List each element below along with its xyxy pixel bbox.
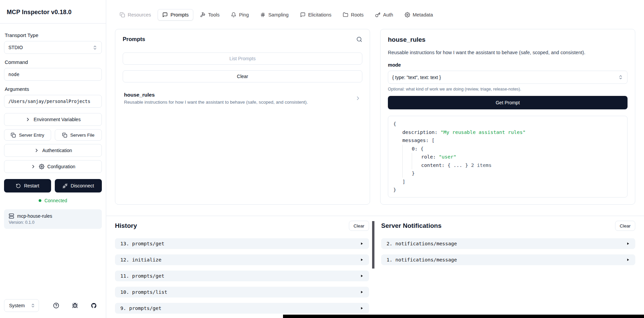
theme-select-value: System xyxy=(9,303,25,308)
connected-dot-icon xyxy=(39,199,41,202)
history-panel: History Clear 13. prompts/get 12. initia… xyxy=(115,221,369,318)
authentication-label: Authentication xyxy=(42,148,72,153)
folder-icon xyxy=(343,12,348,17)
footer-icons xyxy=(53,303,97,309)
server-notifications-title: Server Notifications xyxy=(381,222,442,229)
expand-play-icon xyxy=(360,290,364,294)
prompts-panel: Prompts List Prompts Clear house_rules xyxy=(115,29,370,205)
tab-ping-label: Ping xyxy=(239,12,249,17)
server-version: Version: 0.1.0 xyxy=(9,220,97,225)
transport-type-select[interactable]: STDIO xyxy=(4,41,102,54)
server-info-card: mcp-house-rules Version: 0.1.0 xyxy=(4,209,102,229)
expand-play-icon xyxy=(360,274,364,278)
mode-select-value: { type: "text", text: text } xyxy=(392,75,441,80)
notification-item[interactable]: 2. notifications/message xyxy=(381,238,635,249)
tab-tools[interactable]: Tools xyxy=(195,9,224,21)
servers-file-label: Servers File xyxy=(70,133,94,138)
notification-item[interactable]: 1. notifications/message xyxy=(381,254,635,265)
tab-roots[interactable]: Roots xyxy=(338,9,368,21)
connection-buttons-row: Restart Disconnect xyxy=(4,179,102,192)
tab-prompts[interactable]: Prompts xyxy=(158,9,193,21)
prompt-list-item[interactable]: house_rules Reusable instructions for ho… xyxy=(123,91,362,105)
server-icon xyxy=(9,213,14,219)
history-item-label: 10. prompts/list xyxy=(120,289,167,295)
json-line: content: { ... } 2 items xyxy=(421,161,622,170)
sidebar-body: Transport Type STDIO Command Arguments E… xyxy=(0,24,106,299)
expand-play-icon xyxy=(626,242,630,246)
prompt-detail-title: house_rules xyxy=(388,36,628,43)
history-item-label: 9. prompts/get xyxy=(120,306,161,311)
notification-item-label: 2. notifications/message xyxy=(387,241,457,246)
bug-icon[interactable] xyxy=(72,303,78,309)
json-line: } xyxy=(393,186,622,194)
history-title: History xyxy=(115,222,137,229)
notifications-clear-button[interactable]: Clear xyxy=(615,221,635,231)
connection-status: Connected xyxy=(4,198,102,203)
expand-play-icon xyxy=(360,306,364,310)
mode-select[interactable]: { type: "text", text: text } xyxy=(388,71,628,84)
history-item[interactable]: 9. prompts/get xyxy=(115,303,369,314)
servers-file-button[interactable]: Servers File xyxy=(55,129,102,141)
json-line: role: "user" xyxy=(421,153,622,161)
environment-variables-label: Environment Variables xyxy=(34,117,81,122)
chevron-right-icon xyxy=(31,164,36,169)
environment-variables-button[interactable]: Environment Variables xyxy=(4,113,102,126)
tab-elicitations[interactable]: Elicitations xyxy=(295,9,336,21)
main-content: Resources Prompts Tools Ping Sampling xyxy=(106,0,644,318)
help-icon[interactable] xyxy=(53,303,59,309)
history-item[interactable]: 13. prompts/get xyxy=(115,238,369,249)
mode-hint: Optional: what kind of work we are doing… xyxy=(388,87,628,92)
json-line: ] xyxy=(402,178,622,186)
json-line: { xyxy=(393,120,622,128)
github-icon[interactable] xyxy=(91,303,97,309)
expand-play-icon xyxy=(626,258,630,262)
connection-status-label: Connected xyxy=(44,198,67,203)
tab-sampling[interactable]: Sampling xyxy=(255,9,293,21)
hammer-icon xyxy=(200,12,205,17)
files-icon xyxy=(120,12,125,17)
history-item-label: 11. prompts/get xyxy=(120,273,164,279)
scrollbar-thumb[interactable] xyxy=(372,221,374,269)
tab-elicitations-label: Elicitations xyxy=(308,12,331,17)
theme-select[interactable]: System xyxy=(4,299,39,312)
history-clear-button[interactable]: Clear xyxy=(349,221,369,231)
restart-label: Restart xyxy=(24,183,39,188)
command-input[interactable] xyxy=(4,68,102,81)
configuration-toggle[interactable]: Configuration xyxy=(4,160,102,173)
mode-label: mode xyxy=(388,62,628,68)
history-item[interactable]: 10. prompts/list xyxy=(115,287,369,297)
restart-icon xyxy=(16,183,21,188)
notification-item-label: 1. notifications/message xyxy=(387,257,457,262)
server-entry-label: Server Entry xyxy=(19,133,44,138)
chevrons-up-down-icon xyxy=(31,303,35,308)
sidebar: MCP Inspector v0.18.0 Transport Type STD… xyxy=(0,0,106,318)
tab-resources[interactable]: Resources xyxy=(115,9,156,21)
main-top: Resources Prompts Tools Ping Sampling xyxy=(106,0,644,205)
get-prompt-button[interactable]: Get Prompt xyxy=(388,96,628,109)
json-line: } xyxy=(412,169,622,178)
server-notifications-panel: Server Notifications Clear 2. notificati… xyxy=(381,221,635,318)
list-prompts-button[interactable]: List Prompts xyxy=(123,52,362,65)
history-item[interactable]: 11. prompts/get xyxy=(115,271,369,281)
tab-auth-label: Auth xyxy=(383,12,393,17)
chevrons-up-down-icon xyxy=(92,45,97,50)
tab-metadata[interactable]: Metadata xyxy=(400,9,438,21)
list-prompts-label: List Prompts xyxy=(230,56,256,61)
clear-prompts-button[interactable]: Clear xyxy=(123,70,362,82)
disconnect-button[interactable]: Disconnect xyxy=(55,179,102,192)
prompt-description: Reusable instructions for how I want the… xyxy=(124,100,308,105)
restart-button[interactable]: Restart xyxy=(4,179,51,192)
tab-ping[interactable]: Ping xyxy=(226,9,253,21)
cards-row: Prompts List Prompts Clear house_rules xyxy=(115,29,635,205)
panel-divider xyxy=(369,221,381,318)
search-icon[interactable] xyxy=(356,36,362,42)
arguments-input[interactable] xyxy=(4,95,102,108)
server-entry-button[interactable]: Server Entry xyxy=(4,129,51,141)
json-line: description: "My reusable assistant rule… xyxy=(402,128,622,137)
tab-auth[interactable]: Auth xyxy=(370,9,398,21)
copy-icon xyxy=(62,133,67,138)
authentication-toggle[interactable]: Authentication xyxy=(4,144,102,157)
history-item[interactable]: 12. initialize xyxy=(115,254,369,265)
gear-icon xyxy=(405,12,410,17)
prompt-detail-description: Reusable instructions for how I want the… xyxy=(388,49,628,56)
